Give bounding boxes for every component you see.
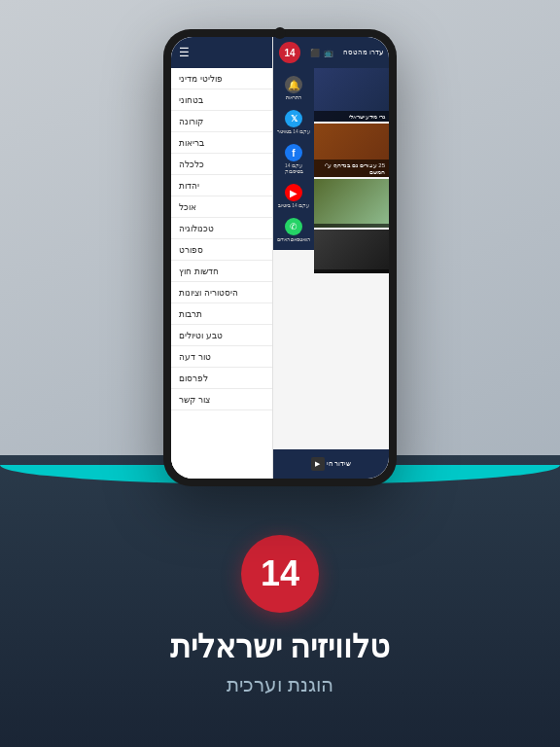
phone-frame: ☰ פוליטי מדיני בטחוני קורונה בריאות כלכל… <box>163 29 397 486</box>
news-image-1: גרי מידע ישראלי <box>314 68 389 122</box>
news-item-4[interactable] <box>314 230 389 273</box>
record-icon: ⬛ <box>310 49 320 57</box>
youtube-label: עקבו 14 ביוטיוב <box>278 202 309 208</box>
news-feed: גרי מידע ישראלי 25 עצורים נם ב נדחף ע"י … <box>314 68 389 449</box>
news-item-2[interactable]: 25 עצורים נם ב נדחף ע"י המשם <box>314 124 389 177</box>
news-image-3 <box>314 179 389 228</box>
menu-item-culture[interactable]: תרבות <box>171 303 272 325</box>
news-title-1: גרי מידע ישראלי <box>314 111 389 122</box>
camera-notch <box>274 27 286 39</box>
news-title-2: 25 עצורים נם ב נדחף ע"י המשם <box>314 160 389 177</box>
top-bar: 14 ⬛ 📺 עדרו מהטסח <box>273 37 389 68</box>
menu-item-nature[interactable]: טבע וטיולים <box>171 325 272 346</box>
facebook-icon: f <box>285 144 302 161</box>
news-image-4 <box>314 230 389 273</box>
whatsapp-label: הוואטסאפ האדום <box>277 236 310 242</box>
phone-screen: ☰ פוליטי מדיני בטחוני קורונה בריאות כלכל… <box>171 37 389 479</box>
menu-item-advertise[interactable]: לפרסום <box>171 368 272 389</box>
live-label: שידור חי <box>327 460 352 468</box>
menu-item-history[interactable]: היסטוריה וציונות <box>171 282 272 303</box>
social-item-facebook[interactable]: f עקבו 14 בפייסבוק <box>273 140 314 178</box>
bottom-bar: ▶ שידור חי <box>273 449 389 479</box>
social-item-youtube[interactable]: ▶ עקבו 14 ביוטיוב <box>273 180 314 212</box>
sidebar-menu: פוליטי מדיני בטחוני קורונה בריאות כלכלה … <box>171 68 272 479</box>
social-item-notifications[interactable]: 🔔 התראות <box>273 72 314 104</box>
menu-item-judaism[interactable]: יהדות <box>171 175 272 196</box>
menu-item-economy[interactable]: כלכלה <box>171 154 272 175</box>
menu-item-corona[interactable]: קורונה <box>171 111 272 132</box>
news-item-1[interactable]: גרי מידע ישראלי <box>314 68 389 122</box>
phone-mockup: ☰ פוליטי מדיני בטחוני קורונה בריאות כלכל… <box>163 29 397 486</box>
news-image-2: 25 עצורים נם ב נדחף ע"י המשם <box>314 124 389 177</box>
hamburger-icon[interactable]: ☰ <box>179 46 190 59</box>
menu-item-security[interactable]: בטחוני <box>171 89 272 111</box>
social-item-whatsapp[interactable]: ✆ הוואטסאפ האדום <box>273 214 314 246</box>
main-title: טלוויזיה ישראלית <box>170 628 391 665</box>
news-title-4 <box>314 269 389 273</box>
notifications-label: התראות <box>286 94 301 100</box>
menu-item-food[interactable]: אוכל <box>171 196 272 218</box>
facebook-label: עקבו 14 בפייסבוק <box>275 162 312 174</box>
top-bar-icons: ⬛ 📺 <box>310 49 333 57</box>
social-panel: 🔔 התראות 𝕏 עקבו 14 בטוויטר f עקבו 14 בפי… <box>273 68 314 250</box>
logo-circle: 14 <box>241 535 319 613</box>
main-content: 14 ⬛ 📺 עדרו מהטסח 🔔 התראות 𝕏 עקב <box>273 37 389 479</box>
youtube-icon: ▶ <box>285 184 302 201</box>
menu-item-politics[interactable]: פוליטי מדיני <box>171 68 272 89</box>
bottom-section: 14 טלוויזיה ישראלית הוגנת וערכית <box>0 484 560 747</box>
news-title-3 <box>314 224 389 228</box>
sidebar: ☰ פוליטי מדיני בטחוני קורונה בריאות כלכל… <box>171 37 273 479</box>
app-logo[interactable]: 14 <box>279 42 300 63</box>
menu-item-tech[interactable]: טכנולוגיה <box>171 218 272 239</box>
sidebar-header: ☰ <box>171 37 272 68</box>
menu-item-sport[interactable]: ספורט <box>171 239 272 261</box>
sub-title: הוגנת וערכית <box>227 673 333 696</box>
menu-item-opinion[interactable]: טור דעה <box>171 346 272 368</box>
social-item-twitter[interactable]: 𝕏 עקבו 14 בטוויטר <box>273 106 314 138</box>
live-button[interactable]: ▶ שידור חי <box>311 457 352 471</box>
menu-item-world-news[interactable]: חדשות חוץ <box>171 261 272 282</box>
live-icon: ▶ <box>311 457 325 471</box>
cast-icon: 📺 <box>324 49 333 57</box>
top-bar-text: עדרו מהטסח <box>343 49 383 56</box>
bell-icon: 🔔 <box>285 76 302 93</box>
menu-item-contact[interactable]: צור קשר <box>171 389 272 410</box>
twitter-label: עקבו 14 בטוויטר <box>277 128 310 134</box>
whatsapp-icon: ✆ <box>285 218 302 235</box>
twitter-icon: 𝕏 <box>285 110 302 127</box>
news-item-3[interactable] <box>314 179 389 228</box>
menu-item-health[interactable]: בריאות <box>171 132 272 154</box>
